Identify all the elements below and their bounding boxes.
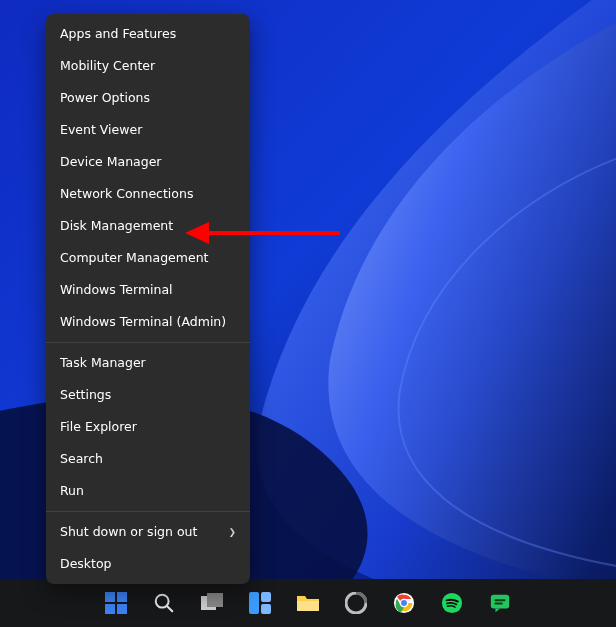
task-view-icon [201, 593, 223, 613]
chat-button[interactable] [487, 590, 513, 616]
widgets-icon [249, 592, 271, 614]
taskbar [0, 579, 616, 627]
menu-item-computer-management[interactable]: Computer Management [46, 242, 250, 274]
menu-item-mobility-center[interactable]: Mobility Center [46, 50, 250, 82]
svg-rect-12 [261, 592, 271, 602]
svg-rect-14 [297, 601, 319, 611]
menu-section-1: Apps and Features Mobility Center Power … [46, 14, 250, 342]
search-button[interactable] [151, 590, 177, 616]
svg-rect-21 [495, 599, 506, 601]
svg-rect-3 [105, 592, 115, 602]
menu-item-label: Settings [60, 386, 111, 404]
chrome-icon [393, 592, 415, 614]
menu-item-task-manager[interactable]: Task Manager [46, 347, 250, 379]
svg-rect-20 [491, 595, 509, 609]
app-roundgrey[interactable] [343, 590, 369, 616]
menu-item-label: Windows Terminal [60, 281, 173, 299]
svg-rect-6 [117, 604, 127, 614]
menu-item-settings[interactable]: Settings [46, 379, 250, 411]
windows-icon [105, 592, 127, 614]
svg-rect-10 [207, 593, 223, 607]
menu-item-label: Shut down or sign out [60, 523, 197, 541]
svg-rect-13 [261, 604, 271, 614]
menu-item-label: Desktop [60, 555, 112, 573]
menu-item-shut-down-or-sign-out[interactable]: Shut down or sign out ❯ [46, 516, 250, 548]
menu-item-label: File Explorer [60, 418, 137, 436]
winx-context-menu: Apps and Features Mobility Center Power … [46, 14, 250, 584]
menu-item-run[interactable]: Run [46, 475, 250, 507]
widgets-button[interactable] [247, 590, 273, 616]
menu-item-desktop[interactable]: Desktop [46, 548, 250, 580]
menu-item-event-viewer[interactable]: Event Viewer [46, 114, 250, 146]
menu-item-label: Windows Terminal (Admin) [60, 313, 226, 331]
menu-item-windows-terminal[interactable]: Windows Terminal [46, 274, 250, 306]
chevron-right-icon: ❯ [229, 523, 236, 541]
svg-rect-11 [249, 592, 259, 614]
task-view-button[interactable] [199, 590, 225, 616]
menu-item-disk-management[interactable]: Disk Management [46, 210, 250, 242]
menu-item-label: Device Manager [60, 153, 162, 171]
menu-item-windows-terminal-admin[interactable]: Windows Terminal (Admin) [46, 306, 250, 338]
menu-item-file-explorer[interactable]: File Explorer [46, 411, 250, 443]
menu-item-search[interactable]: Search [46, 443, 250, 475]
menu-item-label: Disk Management [60, 217, 173, 235]
svg-line-8 [167, 606, 172, 611]
svg-rect-5 [105, 604, 115, 614]
search-icon [153, 592, 175, 614]
chat-icon [489, 592, 511, 614]
menu-item-label: Event Viewer [60, 121, 142, 139]
file-explorer-button[interactable] [295, 590, 321, 616]
menu-item-device-manager[interactable]: Device Manager [46, 146, 250, 178]
menu-item-label: Mobility Center [60, 57, 155, 75]
start-button[interactable] [103, 590, 129, 616]
menu-item-label: Search [60, 450, 103, 468]
menu-item-label: Network Connections [60, 185, 193, 203]
spotify-button[interactable] [439, 590, 465, 616]
file-explorer-icon [296, 593, 320, 613]
round-grey-icon [345, 592, 367, 614]
svg-rect-4 [117, 592, 127, 602]
spotify-icon [441, 592, 463, 614]
menu-item-power-options[interactable]: Power Options [46, 82, 250, 114]
menu-item-label: Power Options [60, 89, 150, 107]
menu-item-label: Task Manager [60, 354, 146, 372]
menu-item-apps-and-features[interactable]: Apps and Features [46, 18, 250, 50]
menu-section-3: Shut down or sign out ❯ Desktop [46, 512, 250, 584]
menu-item-label: Apps and Features [60, 25, 176, 43]
menu-item-label: Computer Management [60, 249, 208, 267]
menu-section-2: Task Manager Settings File Explorer Sear… [46, 343, 250, 511]
chrome-button[interactable] [391, 590, 417, 616]
menu-item-network-connections[interactable]: Network Connections [46, 178, 250, 210]
menu-item-label: Run [60, 482, 84, 500]
svg-rect-22 [495, 603, 503, 605]
